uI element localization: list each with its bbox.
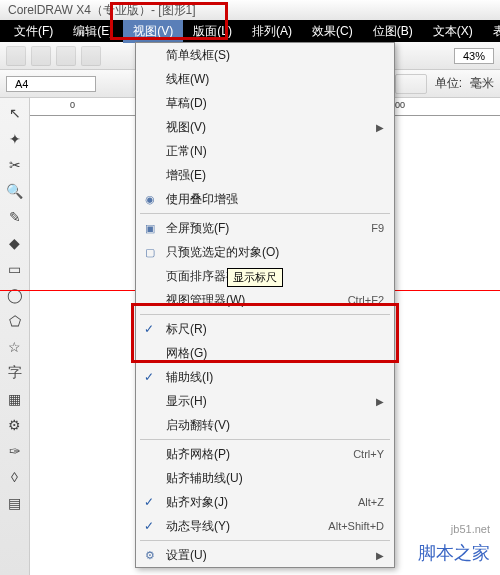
menuitem-draft[interactable]: 草稿(D) <box>136 91 394 115</box>
fill-tool-icon[interactable]: ▤ <box>4 492 26 514</box>
check-icon: ✓ <box>144 322 154 336</box>
menuitem-rollover[interactable]: 启动翻转(V) <box>136 413 394 437</box>
smartfill-tool-icon[interactable]: ◆ <box>4 232 26 254</box>
check-icon: ✓ <box>144 370 154 384</box>
check-icon: ✓ <box>144 519 154 533</box>
shape-tool-icon[interactable]: ✦ <box>4 128 26 150</box>
separator <box>140 314 390 315</box>
menuitem-preview-selected[interactable]: ▢只预览选定的对象(O) <box>136 240 394 264</box>
zoom-tool-icon[interactable]: 🔍 <box>4 180 26 202</box>
menuitem-grid[interactable]: 网格(G) <box>136 341 394 365</box>
menuitem-enhanced[interactable]: 增强(E) <box>136 163 394 187</box>
freehand-tool-icon[interactable]: ✎ <box>4 206 26 228</box>
eyedropper-tool-icon[interactable]: ✑ <box>4 440 26 462</box>
print-icon[interactable] <box>81 46 101 66</box>
preview-icon: ▢ <box>142 244 158 260</box>
menuitem-show[interactable]: 显示(H)▶ <box>136 389 394 413</box>
menuitem-setup[interactable]: ⚙设置(U)▶ <box>136 543 394 567</box>
fullscreen-icon: ▣ <box>142 220 158 236</box>
basicshapes-tool-icon[interactable]: ☆ <box>4 336 26 358</box>
menuitem-normal[interactable]: 正常(N) <box>136 139 394 163</box>
table-tool-icon[interactable]: ▦ <box>4 388 26 410</box>
separator <box>140 540 390 541</box>
menu-text[interactable]: 文本(X) <box>423 20 483 43</box>
open-icon[interactable] <box>31 46 51 66</box>
chevron-right-icon: ▶ <box>376 122 384 133</box>
units-label: 单位: <box>435 75 462 92</box>
orientation-icon[interactable] <box>395 74 427 94</box>
title-bar: CorelDRAW X4（专业版）- [图形1] <box>0 0 500 20</box>
menuitem-view-manager[interactable]: 视图管理器(W)Ctrl+F2 <box>136 288 394 312</box>
tooltip-ruler: 显示标尺 <box>227 268 283 287</box>
units-value[interactable]: 毫米 <box>470 75 494 92</box>
menuitem-view[interactable]: 视图(V)▶ <box>136 115 394 139</box>
menu-table[interactable]: 表 <box>483 20 500 43</box>
overprint-icon: ◉ <box>142 191 158 207</box>
menuitem-overprint[interactable]: ◉使用叠印增强 <box>136 187 394 211</box>
menu-bitmap[interactable]: 位图(B) <box>363 20 423 43</box>
interactive-tool-icon[interactable]: ⚙ <box>4 414 26 436</box>
separator <box>140 213 390 214</box>
gear-icon: ⚙ <box>142 547 158 563</box>
menuitem-dynamic-guides[interactable]: ✓动态导线(Y)Alt+Shift+D <box>136 514 394 538</box>
separator <box>140 439 390 440</box>
menu-layout[interactable]: 版面(L) <box>183 20 242 43</box>
menuitem-snap-guides[interactable]: 贴齐辅助线(U) <box>136 466 394 490</box>
ellipse-tool-icon[interactable]: ◯ <box>4 284 26 306</box>
zoom-level[interactable]: 43% <box>454 48 494 64</box>
pick-tool-icon[interactable]: ↖ <box>4 102 26 124</box>
menuitem-snap-objects[interactable]: ✓贴齐对象(J)Alt+Z <box>136 490 394 514</box>
save-icon[interactable] <box>56 46 76 66</box>
menu-edit[interactable]: 编辑(E) <box>63 20 123 43</box>
toolbox: ↖ ✦ ✂ 🔍 ✎ ◆ ▭ ◯ ⬠ ☆ 字 ▦ ⚙ ✑ ◊ ▤ <box>0 98 30 575</box>
new-icon[interactable] <box>6 46 26 66</box>
menuitem-guidelines[interactable]: ✓辅助线(I) <box>136 365 394 389</box>
menu-effects[interactable]: 效果(C) <box>302 20 363 43</box>
watermark-brand: 脚本之家 <box>418 541 490 565</box>
polygon-tool-icon[interactable]: ⬠ <box>4 310 26 332</box>
menuitem-snap-grid[interactable]: 贴齐网格(P)Ctrl+Y <box>136 442 394 466</box>
menu-bar: 文件(F) 编辑(E) 视图(V) 版面(L) 排列(A) 效果(C) 位图(B… <box>0 20 500 42</box>
rectangle-tool-icon[interactable]: ▭ <box>4 258 26 280</box>
menu-view[interactable]: 视图(V) <box>123 20 183 43</box>
menuitem-simple-wireframe[interactable]: 简单线框(S) <box>136 43 394 67</box>
outline-tool-icon[interactable]: ◊ <box>4 466 26 488</box>
text-tool-icon[interactable]: 字 <box>4 362 26 384</box>
view-menu-dropdown: 简单线框(S) 线框(W) 草稿(D) 视图(V)▶ 正常(N) 增强(E) ◉… <box>135 42 395 568</box>
menuitem-fullscreen[interactable]: ▣全屏预览(F)F9 <box>136 216 394 240</box>
check-icon: ✓ <box>144 495 154 509</box>
menu-file[interactable]: 文件(F) <box>4 20 63 43</box>
watermark-url: jb51.net <box>451 523 490 535</box>
menuitem-rulers[interactable]: ✓标尺(R) <box>136 317 394 341</box>
chevron-right-icon: ▶ <box>376 550 384 561</box>
chevron-right-icon: ▶ <box>376 396 384 407</box>
menu-arrange[interactable]: 排列(A) <box>242 20 302 43</box>
crop-tool-icon[interactable]: ✂ <box>4 154 26 176</box>
paper-size-select[interactable]: A4 <box>6 76 96 92</box>
menuitem-wireframe[interactable]: 线框(W) <box>136 67 394 91</box>
